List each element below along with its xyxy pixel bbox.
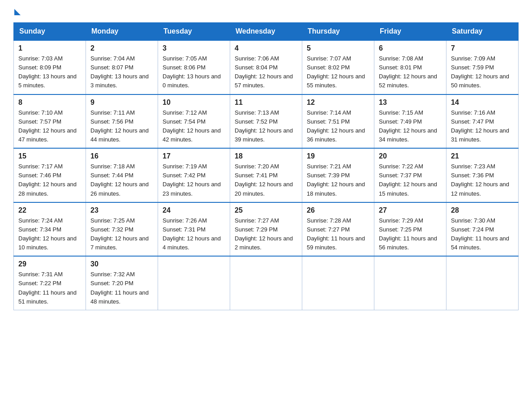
- calendar-day-cell: 7Sunrise: 7:09 AMSunset: 7:59 PMDaylight…: [446, 40, 519, 94]
- calendar-day-header: Wednesday: [230, 23, 302, 41]
- calendar-day-cell: [230, 256, 302, 310]
- calendar-day-cell: 23Sunrise: 7:25 AMSunset: 7:32 PMDayligh…: [86, 202, 158, 257]
- day-number: 11: [235, 98, 297, 107]
- day-number: 22: [18, 206, 81, 214]
- day-info: Sunrise: 7:26 AMSunset: 7:31 PMDaylight:…: [163, 216, 225, 253]
- day-info: Sunrise: 7:25 AMSunset: 7:32 PMDaylight:…: [90, 216, 153, 253]
- day-number: 3: [163, 44, 225, 52]
- logo: [13, 9, 21, 14]
- day-info: Sunrise: 7:30 AMSunset: 7:24 PMDaylight:…: [451, 216, 514, 253]
- day-info: Sunrise: 7:19 AMSunset: 7:42 PMDaylight:…: [163, 162, 225, 198]
- calendar-day-cell: 5Sunrise: 7:07 AMSunset: 8:02 PMDaylight…: [302, 40, 374, 94]
- calendar-day-cell: [374, 256, 446, 310]
- calendar-day-cell: 21Sunrise: 7:23 AMSunset: 7:36 PMDayligh…: [446, 148, 519, 202]
- day-info: Sunrise: 7:14 AMSunset: 7:51 PMDaylight:…: [307, 108, 369, 145]
- calendar-day-cell: 30Sunrise: 7:32 AMSunset: 7:20 PMDayligh…: [86, 256, 158, 310]
- calendar-day-cell: 28Sunrise: 7:30 AMSunset: 7:24 PMDayligh…: [446, 202, 519, 257]
- calendar-day-cell: 22Sunrise: 7:24 AMSunset: 7:34 PMDayligh…: [14, 202, 86, 257]
- day-number: 28: [451, 206, 514, 214]
- day-number: 8: [18, 98, 81, 107]
- calendar-day-cell: 13Sunrise: 7:15 AMSunset: 7:49 PMDayligh…: [374, 94, 446, 149]
- calendar-day-cell: 17Sunrise: 7:19 AMSunset: 7:42 PMDayligh…: [158, 148, 230, 202]
- day-number: 19: [307, 152, 369, 160]
- day-number: 2: [90, 44, 153, 52]
- day-number: 10: [163, 98, 225, 107]
- calendar-day-cell: 8Sunrise: 7:10 AMSunset: 7:57 PMDaylight…: [14, 94, 86, 149]
- day-number: 26: [307, 206, 369, 214]
- calendar-day-cell: 6Sunrise: 7:08 AMSunset: 8:01 PMDaylight…: [374, 40, 446, 94]
- calendar-week-row: 29Sunrise: 7:31 AMSunset: 7:22 PMDayligh…: [14, 256, 519, 310]
- calendar-day-header: Sunday: [14, 23, 86, 41]
- day-info: Sunrise: 7:08 AMSunset: 8:01 PMDaylight:…: [379, 54, 442, 90]
- calendar-day-cell: [158, 256, 230, 310]
- day-number: 25: [235, 206, 297, 214]
- day-info: Sunrise: 7:24 AMSunset: 7:34 PMDaylight:…: [18, 216, 81, 253]
- day-info: Sunrise: 7:03 AMSunset: 8:09 PMDaylight:…: [18, 54, 81, 90]
- calendar-day-cell: 29Sunrise: 7:31 AMSunset: 7:22 PMDayligh…: [14, 256, 86, 310]
- day-number: 23: [90, 206, 153, 214]
- calendar-week-row: 22Sunrise: 7:24 AMSunset: 7:34 PMDayligh…: [14, 202, 519, 257]
- day-info: Sunrise: 7:18 AMSunset: 7:44 PMDaylight:…: [90, 162, 153, 198]
- day-number: 17: [163, 152, 225, 160]
- calendar-day-cell: [446, 256, 519, 310]
- day-number: 1: [18, 44, 81, 52]
- day-info: Sunrise: 7:09 AMSunset: 7:59 PMDaylight:…: [451, 54, 514, 90]
- calendar-day-cell: 10Sunrise: 7:12 AMSunset: 7:54 PMDayligh…: [158, 94, 230, 149]
- day-info: Sunrise: 7:20 AMSunset: 7:41 PMDaylight:…: [235, 162, 297, 198]
- calendar-day-cell: 9Sunrise: 7:11 AMSunset: 7:56 PMDaylight…: [86, 94, 158, 149]
- page-header: [13, 9, 519, 14]
- day-info: Sunrise: 7:27 AMSunset: 7:29 PMDaylight:…: [235, 216, 297, 253]
- day-info: Sunrise: 7:32 AMSunset: 7:20 PMDaylight:…: [90, 270, 153, 306]
- day-info: Sunrise: 7:05 AMSunset: 8:06 PMDaylight:…: [163, 54, 225, 90]
- calendar-day-header: Saturday: [446, 23, 519, 41]
- day-number: 13: [379, 98, 442, 107]
- day-number: 21: [451, 152, 514, 160]
- day-info: Sunrise: 7:07 AMSunset: 8:02 PMDaylight:…: [307, 54, 369, 90]
- day-number: 14: [451, 98, 514, 107]
- day-number: 16: [90, 152, 153, 160]
- calendar-day-cell: 27Sunrise: 7:29 AMSunset: 7:25 PMDayligh…: [374, 202, 446, 257]
- day-number: 7: [451, 44, 514, 52]
- calendar-day-cell: 2Sunrise: 7:04 AMSunset: 8:07 PMDaylight…: [86, 40, 158, 94]
- day-number: 29: [18, 260, 81, 268]
- day-number: 6: [379, 44, 442, 52]
- calendar-day-cell: 3Sunrise: 7:05 AMSunset: 8:06 PMDaylight…: [158, 40, 230, 94]
- day-info: Sunrise: 7:10 AMSunset: 7:57 PMDaylight:…: [18, 108, 81, 145]
- day-info: Sunrise: 7:16 AMSunset: 7:47 PMDaylight:…: [451, 108, 514, 145]
- calendar-day-header: Thursday: [302, 23, 374, 41]
- day-number: 30: [90, 260, 153, 268]
- calendar-day-header: Friday: [374, 23, 446, 41]
- calendar-day-cell: 1Sunrise: 7:03 AMSunset: 8:09 PMDaylight…: [14, 40, 86, 94]
- day-info: Sunrise: 7:31 AMSunset: 7:22 PMDaylight:…: [18, 270, 81, 306]
- calendar-week-row: 1Sunrise: 7:03 AMSunset: 8:09 PMDaylight…: [14, 40, 519, 94]
- day-info: Sunrise: 7:12 AMSunset: 7:54 PMDaylight:…: [163, 108, 225, 145]
- calendar-day-cell: 12Sunrise: 7:14 AMSunset: 7:51 PMDayligh…: [302, 94, 374, 149]
- day-info: Sunrise: 7:04 AMSunset: 8:07 PMDaylight:…: [90, 54, 153, 90]
- day-info: Sunrise: 7:17 AMSunset: 7:46 PMDaylight:…: [18, 162, 81, 198]
- calendar-day-header: Monday: [86, 23, 158, 41]
- calendar-week-row: 15Sunrise: 7:17 AMSunset: 7:46 PMDayligh…: [14, 148, 519, 202]
- calendar-day-header: Tuesday: [158, 23, 230, 41]
- day-info: Sunrise: 7:21 AMSunset: 7:39 PMDaylight:…: [307, 162, 369, 198]
- day-number: 4: [235, 44, 297, 52]
- logo-triangle-icon: [14, 9, 21, 15]
- day-number: 20: [379, 152, 442, 160]
- day-info: Sunrise: 7:15 AMSunset: 7:49 PMDaylight:…: [379, 108, 442, 145]
- day-number: 18: [235, 152, 297, 160]
- calendar-day-cell: 16Sunrise: 7:18 AMSunset: 7:44 PMDayligh…: [86, 148, 158, 202]
- calendar-day-cell: 14Sunrise: 7:16 AMSunset: 7:47 PMDayligh…: [446, 94, 519, 149]
- day-number: 12: [307, 98, 369, 107]
- day-info: Sunrise: 7:13 AMSunset: 7:52 PMDaylight:…: [235, 108, 297, 145]
- day-info: Sunrise: 7:29 AMSunset: 7:25 PMDaylight:…: [379, 216, 442, 253]
- day-number: 27: [379, 206, 442, 214]
- day-info: Sunrise: 7:22 AMSunset: 7:37 PMDaylight:…: [379, 162, 442, 198]
- day-number: 9: [90, 98, 153, 107]
- calendar-week-row: 8Sunrise: 7:10 AMSunset: 7:57 PMDaylight…: [14, 94, 519, 149]
- day-number: 5: [307, 44, 369, 52]
- calendar-day-cell: 25Sunrise: 7:27 AMSunset: 7:29 PMDayligh…: [230, 202, 302, 257]
- day-info: Sunrise: 7:23 AMSunset: 7:36 PMDaylight:…: [451, 162, 514, 198]
- day-number: 24: [163, 206, 225, 214]
- calendar-header-row: SundayMondayTuesdayWednesdayThursdayFrid…: [14, 23, 519, 41]
- calendar-day-cell: [302, 256, 374, 310]
- calendar-day-cell: 11Sunrise: 7:13 AMSunset: 7:52 PMDayligh…: [230, 94, 302, 149]
